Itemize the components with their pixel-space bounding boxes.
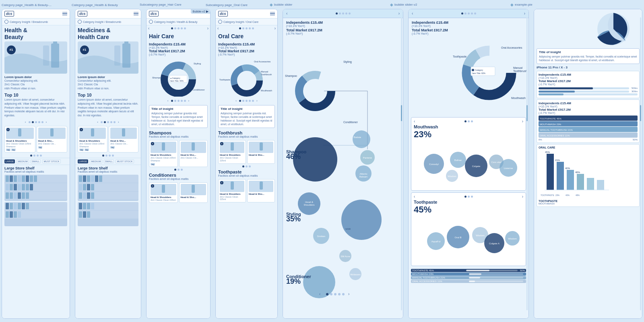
bubble-col5: ‹ › Independents £15.4M (+10.1% YooY) To… [283, 9, 403, 319]
shelf-area-col1 [4, 175, 67, 201]
toothpaste-next[interactable]: › [522, 194, 523, 199]
svg-text:Oral B: Oral B [454, 236, 461, 239]
nav-next-col3[interactable]: › [207, 26, 208, 31]
carousel-next-col2[interactable]: › [118, 120, 119, 124]
svg-text:VOR: VOR [345, 228, 351, 230]
lorem-section-col1: Lorem ipsum dolor Consectetur adipiscing… [2, 75, 70, 91]
svg-text:Molasses: Molasses [350, 273, 360, 276]
svg-text:Corsodyl: Corsodyl [429, 163, 439, 165]
phone-col1: dcs Category Insight / Breadcrumb Health… [2, 9, 70, 319]
svg-point-31 [353, 130, 370, 148]
nav-next-col4[interactable]: › [275, 26, 276, 31]
dcs-logo-col2: dcs [78, 11, 87, 17]
divider2 [143, 9, 144, 322]
scrollbar-pie[interactable] [640, 17, 641, 310]
mouthwash-prev[interactable]: ‹ [414, 119, 415, 124]
diamond-icon1: ◆ [270, 2, 273, 7]
carousel-next-col1[interactable]: › [46, 120, 47, 124]
section-heading-col1: Top 10 [2, 91, 70, 98]
section-body-col2: Lorem ipsum dolor sit amet, consectetur … [75, 98, 141, 119]
mouthwash-label: Mouthwash [414, 124, 523, 129]
hamburger-col2[interactable] [134, 12, 138, 16]
hero-col1: #1 [4, 41, 67, 74]
shelf-title-col1: Large Store Shelf Facilisis amet sit dap… [2, 165, 70, 173]
svg-text:Balsam: Balsam [359, 175, 367, 178]
scrollbar-col5[interactable] [401, 17, 402, 310]
breadcrumb-col4: Category Insight / Oral Care [216, 19, 277, 25]
col2-label: Category page_Health & Beauty [72, 2, 138, 7]
phone-col4: dcs Category Insight / Oral Care ‹ › Ora… [215, 9, 278, 319]
page-title-col1: Health &Beauty [2, 25, 70, 41]
svg-point-60 [342, 293, 345, 295]
svg-point-26 [306, 82, 324, 100]
scrollbar-col6[interactable] [526, 17, 528, 310]
breadcrumb-col1: Category Insight / Breadcrumb [2, 19, 70, 25]
carousel-donut-col4: ‹ › [216, 98, 277, 104]
svg-rect-101 [557, 162, 564, 190]
toothpaste-pct: 45% [414, 204, 523, 215]
svg-text:‹: ‹ [319, 292, 320, 296]
nav-prev-col3[interactable]: ‹ [148, 26, 149, 31]
svg-rect-103 [577, 174, 584, 190]
toothpaste-prev[interactable]: ‹ [414, 194, 415, 199]
size-muststock-col2[interactable]: MUST STOCK [116, 159, 134, 163]
lorem-body-col1: Consectetur adipiscing elit.2in1 Classic… [4, 79, 67, 91]
card-tags-2-col1: tag [38, 146, 66, 149]
size-medium-col1[interactable]: MEDIUM [17, 159, 29, 163]
mouthwash-pct: 23% [414, 129, 523, 140]
bubble-header-col5: ‹ › [283, 9, 403, 18]
product-cards-conditioners: # Head & Shoulders 2in1 Classic Clean 22… [147, 182, 210, 204]
bottom-chart: ORAL CARE TOOTHPASTE 23% [537, 144, 640, 207]
breadcrumb-col3: Category Insight / Health & Beauty [147, 19, 210, 25]
size-large-col2[interactable]: LARGE [78, 159, 88, 163]
svg-rect-100 [547, 154, 554, 190]
size-muststock-col1[interactable]: MUST STOCK [42, 159, 60, 163]
page-title-col2: Medicines &Health Care [75, 25, 141, 41]
divider4 [279, 9, 281, 322]
nav-prev-col4[interactable]: ‹ [217, 26, 219, 31]
svg-text:46%: 46% [286, 153, 301, 161]
carousel-prev-col1[interactable]: ‹ [25, 120, 26, 124]
bubble-prev-col5[interactable]: ‹ [286, 11, 287, 16]
dcs-header-col1: dcs [2, 9, 70, 19]
svg-rect-105 [597, 180, 604, 190]
bubble-next-col6[interactable]: › [524, 11, 525, 16]
toothpaste-box-col6: ‹ › Toothpaste 45% AquaFul Oral B [411, 192, 526, 266]
size-large-col1[interactable]: LARGE [4, 159, 15, 163]
bubble-prev-col6[interactable]: ‹ [412, 11, 413, 16]
bubble-stats-col6: Independents £15.4M (+10.1% YooY) Total … [409, 18, 528, 37]
carousel-prev-col2[interactable]: ‹ [97, 120, 98, 124]
toothpaste-label: Toothpaste [414, 200, 523, 204]
pie-chart-area [537, 11, 640, 47]
mouthwash-next[interactable]: › [522, 119, 523, 124]
carousel2-dots-col1 [2, 153, 70, 158]
product-card-2-col1: Head & Sho... 2in1 Classic Cle... tag [37, 126, 68, 153]
svg-text:Styling: Styling [194, 62, 201, 65]
product-cards-toothpaste: # Head & Shoulders 2in1 Classic Clean 22… [216, 178, 277, 203]
page-title-col4: Oral Care [216, 31, 277, 41]
size-small-col2[interactable]: SMALL [104, 159, 114, 163]
svg-point-14 [239, 73, 254, 88]
svg-text:23%: 23% [555, 159, 560, 161]
donut-col4: Toothpaste Oral Accessories Manual Tooth… [216, 58, 277, 98]
svg-text:Pantene: Pantene [363, 157, 372, 159]
breadcrumb-icon-col1 [4, 20, 8, 24]
svg-text:Wisdom: Wisdom [508, 237, 517, 240]
svg-text:Toothbrush: Toothbrush [513, 70, 527, 72]
bubble-svg-col5: Shampoo Styling Conditioner Batiste Pant… [283, 37, 403, 298]
lorem-section-col2: Lorem ipsum dolor Consectetur adipiscing… [75, 75, 141, 91]
subcategory-toothbrush: Toothbrush Facilisis amet sit dapibus ma… [216, 129, 277, 139]
bubble-next-col5[interactable]: › [398, 11, 400, 16]
highlight-bars-col6: TOOTHPASTE 45% 50% MOUTHWASH 23% MANUAL … [409, 268, 528, 285]
donut-col3: Shampoo Styling Conditioner ● Category I… [147, 58, 210, 98]
product-card-1-col2: # Head & Shoulders 2in1 Classic Clean 22… [78, 126, 107, 153]
hl-bar-3: MANUAL TOOTHBRUSH 21% [539, 127, 638, 132]
size-small-col1[interactable]: SMALL [31, 159, 41, 163]
stats-block-1: Independents £15.4M (+10.1% YooY) Total … [537, 71, 640, 98]
hamburger-col1[interactable] [62, 12, 67, 16]
size-medium-col2[interactable]: MEDIUM [90, 159, 102, 163]
svg-point-74 [472, 69, 474, 71]
hl-bar-1: TOOTHPASTE 45% [539, 116, 638, 121]
svg-text:45%: 45% [545, 151, 550, 153]
subcategory-conditioners: Conditioners Facilisis amet sit dapibus … [147, 171, 210, 182]
